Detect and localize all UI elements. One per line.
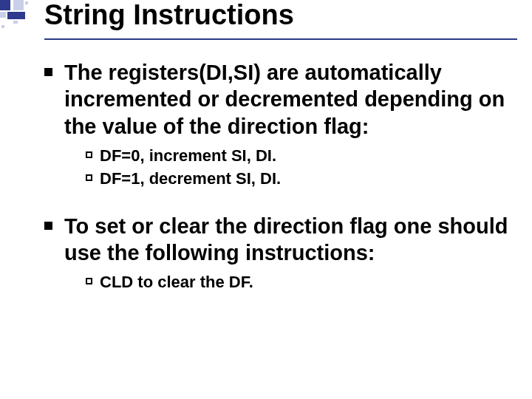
sub-bullet-text: DF=1, decrement SI, DI. xyxy=(100,168,281,189)
sub-bullet-icon xyxy=(86,151,92,158)
sub-bullet-item: DF=1, decrement SI, DI. xyxy=(86,168,510,189)
bullet-item: The registers(DI,SI) are automatically i… xyxy=(44,59,510,140)
bullet-text: To set or clear the direction flag one s… xyxy=(64,213,510,267)
slide-body: The registers(DI,SI) are automatically i… xyxy=(44,50,510,399)
sub-bullet-list: CLD to clear the DF. xyxy=(86,272,510,293)
slide-corner-decoration xyxy=(0,0,44,21)
bullet-icon xyxy=(44,68,52,76)
sub-bullet-list: DF=0, increment SI, DI. DF=1, decrement … xyxy=(86,146,510,189)
bullet-icon xyxy=(44,222,52,230)
sub-bullet-text: DF=0, increment SI, DI. xyxy=(100,146,276,166)
bullet-item: To set or clear the direction flag one s… xyxy=(44,213,510,267)
sub-bullet-item: CLD to clear the DF. xyxy=(86,272,510,293)
sub-bullet-text: CLD to clear the DF. xyxy=(100,272,253,293)
slide-title: String Instructions xyxy=(44,0,517,40)
sub-bullet-item: DF=0, increment SI, DI. xyxy=(86,146,510,166)
sub-bullet-icon xyxy=(86,174,92,181)
sub-bullet-icon xyxy=(86,278,92,284)
bullet-text: The registers(DI,SI) are automatically i… xyxy=(64,59,510,140)
